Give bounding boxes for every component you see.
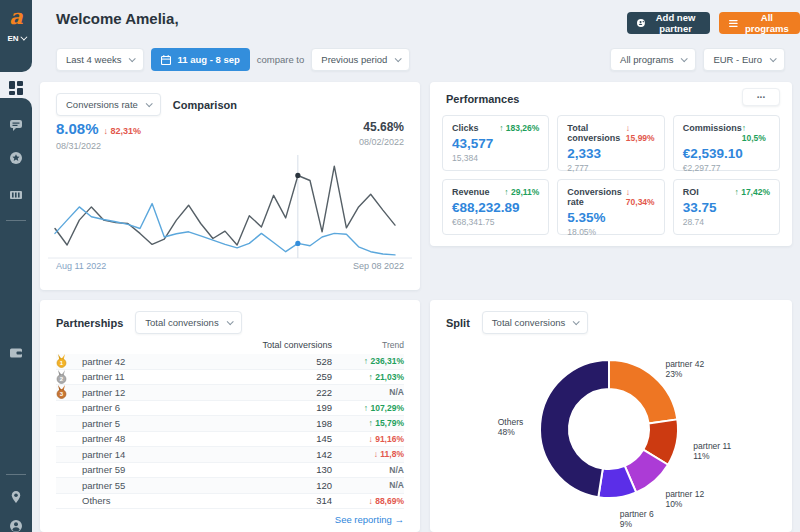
- partner-conversions: 259: [244, 371, 332, 382]
- performance-card: Total conversions↓ 15,99%2,3332,777: [557, 115, 664, 171]
- card-trend: ↑ 29,11%: [504, 187, 539, 197]
- program-filter-select[interactable]: All programs: [610, 48, 696, 71]
- chevron-down-icon: [681, 55, 688, 62]
- table-row[interactable]: partner 14142↓ 11,8%: [56, 447, 404, 463]
- card-trend: ↓ 15,99%: [626, 123, 655, 143]
- all-programs-button[interactable]: All programs: [719, 12, 800, 34]
- partner-name: partner 12: [82, 387, 244, 398]
- app-logo[interactable]: a: [0, 4, 32, 29]
- partner-trend: ↑ 236,31%: [332, 356, 404, 366]
- comparison-title: Comparison: [173, 99, 237, 111]
- card-label: ROI: [683, 187, 699, 197]
- card-previous-value: 18.05%: [567, 227, 654, 237]
- donut-slice[interactable]: [540, 360, 609, 497]
- card-label: Revenue: [452, 187, 490, 197]
- medal-cell: 2: [56, 370, 82, 384]
- dashboard-icon[interactable]: [8, 80, 24, 96]
- card-previous-value: €2,297.77: [683, 163, 770, 173]
- table-row[interactable]: partner 55120N/A: [56, 478, 404, 494]
- partner-name: partner 14: [82, 449, 244, 460]
- partner-name: partner 48: [82, 433, 244, 444]
- card-trend: ↑ 183,26%: [499, 123, 539, 133]
- x-axis-end-label: Sep 08 2022: [353, 261, 404, 271]
- partner-name: partner 6: [82, 402, 244, 413]
- card-value: €88,232.89: [452, 200, 539, 215]
- period-select[interactable]: Last 4 weeks: [56, 48, 144, 71]
- partner-conversions: 314: [244, 495, 332, 506]
- card-trend: ↑ 10,5%: [742, 123, 770, 143]
- partner-conversions: 528: [244, 356, 332, 367]
- comparison-line-chart[interactable]: [40, 152, 420, 264]
- split-metric-select[interactable]: Total conversions: [482, 311, 588, 334]
- table-row[interactable]: partner 59130N/A: [56, 463, 404, 479]
- partner-name: partner 42: [82, 356, 244, 367]
- partner-name: partner 5: [82, 418, 244, 429]
- gold-medal-icon: 1: [56, 354, 67, 368]
- table-header: Total conversions Trend: [56, 336, 404, 354]
- calendar-icon: [161, 55, 171, 65]
- performance-card: ROI↑ 17,42%33.7528.74: [673, 179, 780, 235]
- current-period-value: 8.08%↓ 82,31% 08/31/2022: [56, 120, 141, 151]
- table-row[interactable]: partner 48145↓ 91,16%: [56, 432, 404, 448]
- comparison-panel: Conversions rate Comparison 8.08%↓ 82,31…: [40, 82, 420, 290]
- list-icon[interactable]: [9, 188, 23, 202]
- donut-slice-label: Others48%: [498, 417, 524, 437]
- performance-card: Commissions↑ 10,5%€2,539.10€2,297.77: [673, 115, 780, 171]
- table-row[interactable]: Others314↓ 88,69%: [56, 494, 404, 510]
- donut-slice-label: partner 4223%: [665, 359, 704, 379]
- medal-cell: 3: [56, 385, 82, 399]
- chevron-down-icon: [129, 55, 136, 62]
- x-axis-start-label: Aug 11 2022: [56, 261, 106, 271]
- partner-trend: ↑ 21,03%: [332, 372, 404, 382]
- partner-conversions: 120: [244, 480, 332, 491]
- partner-trend: ↓ 91,16%: [332, 434, 404, 444]
- chevron-down-icon: [770, 55, 777, 62]
- wallet-icon[interactable]: [9, 346, 23, 360]
- all-programs-label: All programs: [744, 12, 790, 34]
- performances-panel: Performances ... Clicks↑ 183,26%43,57715…: [430, 82, 792, 246]
- currency-select[interactable]: EUR - Euro: [703, 48, 785, 71]
- partnerships-panel: Partnerships Total conversions Total con…: [40, 300, 420, 532]
- star-badge-icon[interactable]: [9, 151, 23, 165]
- partnerships-metric-select[interactable]: Total conversions: [135, 311, 241, 334]
- partnerships-title: Partnerships: [56, 317, 123, 329]
- account-icon[interactable]: [9, 519, 23, 532]
- partner-name: partner 59: [82, 464, 244, 475]
- language-selector[interactable]: EN: [0, 34, 32, 43]
- current-trend: ↓ 82,31%: [104, 126, 142, 136]
- split-donut-chart[interactable]: [430, 340, 792, 532]
- chevron-down-icon: [20, 34, 27, 41]
- partner-trend: ↓ 88,69%: [332, 496, 404, 506]
- performances-menu-button[interactable]: ...: [742, 88, 780, 106]
- card-previous-value: €68,341.75: [452, 217, 539, 227]
- comparison-metric-select[interactable]: Conversions rate: [56, 93, 161, 116]
- card-value: 5.35%: [567, 210, 654, 225]
- partner-name: Others: [82, 495, 244, 506]
- table-row[interactable]: 1partner 42528↑ 236,31%: [56, 354, 404, 370]
- see-reporting-link[interactable]: See reporting →: [335, 514, 404, 525]
- table-row[interactable]: partner 5198↑ 15,79%: [56, 416, 404, 432]
- card-label: Commissions: [683, 123, 742, 133]
- date-range-picker[interactable]: 11 aug - 8 sep: [151, 48, 249, 71]
- previous-date: 08/02/2022: [359, 137, 404, 147]
- add-new-partner-button[interactable]: Add new partner: [627, 12, 710, 34]
- card-label: Clicks: [452, 123, 479, 133]
- column-header-trend: Trend: [332, 340, 404, 350]
- compare-period-select[interactable]: Previous period: [311, 48, 410, 71]
- table-row[interactable]: partner 6199↑ 107,29%: [56, 401, 404, 417]
- card-trend: ↑ 17,42%: [735, 187, 770, 197]
- table-row[interactable]: 2partner 11259↑ 21,03%: [56, 370, 404, 386]
- partner-trend: ↑ 107,29%: [332, 403, 404, 413]
- partner-trend: ↓ 11,8%: [332, 449, 404, 459]
- chat-icon[interactable]: [9, 118, 23, 132]
- partner-name: partner 55: [82, 480, 244, 491]
- card-label: Total conversions: [567, 123, 626, 143]
- location-pin-icon[interactable]: [9, 490, 23, 504]
- table-row[interactable]: 3partner 12222N/A: [56, 385, 404, 401]
- split-panel: Split Total conversions partner 4223%par…: [430, 300, 792, 532]
- card-previous-value: 28.74: [683, 217, 770, 227]
- partner-conversions: 199: [244, 402, 332, 413]
- current-date: 08/31/2022: [56, 141, 141, 151]
- card-value: 2,333: [567, 146, 654, 161]
- partner-name: partner 11: [82, 371, 244, 382]
